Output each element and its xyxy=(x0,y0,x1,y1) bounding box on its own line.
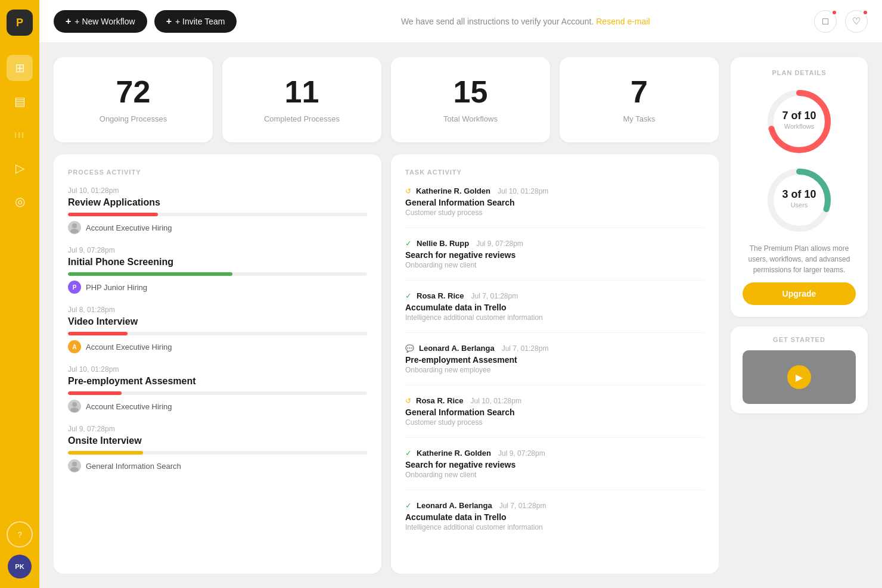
ongoing-label: Ongoing Processes xyxy=(68,114,198,123)
activity-row: PROCESS ACTIVITY Jul 10, 01:28pm Review … xyxy=(54,154,719,574)
process-name: Onsite Interview xyxy=(68,435,367,446)
workflows-label: Total Workflows xyxy=(405,114,536,123)
task-item: ↺ Rosa R. Rice Jul 10, 01:28pm General I… xyxy=(405,396,704,438)
svg-point-0 xyxy=(72,223,77,228)
tag-dot: A xyxy=(68,340,81,353)
task-item: 💬 Leonard A. Berlanga Jul 7, 01:28pm Pre… xyxy=(405,344,704,385)
process-item: Jul 9, 07:28pm Onsite Interview General … xyxy=(68,425,367,472)
sidebar-item-target[interactable]: ◎ xyxy=(7,188,33,214)
stat-completed: 11 Completed Processes xyxy=(222,57,381,142)
tag-avatar xyxy=(68,221,81,234)
task-name: Accumulate data in Trello xyxy=(405,512,704,522)
svg-point-2 xyxy=(72,402,77,407)
process-tag: P PHP Junior Hiring xyxy=(68,281,367,294)
completed-number: 11 xyxy=(237,76,367,107)
play-button[interactable]: ▶ xyxy=(787,365,811,389)
svg-point-4 xyxy=(72,462,77,466)
process-date: Jul 9, 07:28pm xyxy=(68,246,367,254)
header: + + New Workflow + + Invite Team We have… xyxy=(39,0,882,43)
task-user: Katherine R. Golden xyxy=(416,186,490,195)
stat-ongoing: 72 Ongoing Processes xyxy=(54,57,213,142)
progress-track xyxy=(68,332,367,335)
svg-point-5 xyxy=(70,467,79,472)
process-name: Video Interview xyxy=(68,316,367,327)
new-workflow-button[interactable]: + + New Workflow xyxy=(54,10,147,33)
process-name: Review Applications xyxy=(68,197,367,208)
task-section-title: TASK ACTIVITY xyxy=(405,169,704,176)
svg-text:3 of 10: 3 of 10 xyxy=(782,188,816,200)
task-list: ↺ Katherine R. Golden Jul 10, 01:28pm Ge… xyxy=(405,186,704,542)
users-donut: 3 of 10 Users xyxy=(763,164,835,236)
task-header: ✓ Nellie B. Rupp Jul 9, 07:28pm xyxy=(405,239,704,248)
process-date: Jul 10, 01:28pm xyxy=(68,365,367,374)
progress-track xyxy=(68,391,367,395)
get-started-card: GET STARTED ▶ xyxy=(731,326,868,413)
task-item: ✓ Rosa R. Rice Jul 7, 01:28pm Accumulate… xyxy=(405,291,704,333)
task-date: Jul 7, 01:28pm xyxy=(502,344,549,353)
invite-team-button[interactable]: + + Invite Team xyxy=(154,10,237,33)
plan-card: PLAN DETAILS 7 of 10 Workflows 3 xyxy=(731,57,868,317)
progress-fill xyxy=(68,391,122,395)
process-tag: Account Executive Hiring xyxy=(68,221,367,234)
task-subtitle: Intelligence additional customer informa… xyxy=(405,313,704,322)
sidebar-logo[interactable]: P xyxy=(7,10,33,36)
check-icon: ✓ xyxy=(405,449,412,458)
sidebar-item-monitor[interactable]: ▤ xyxy=(7,88,33,114)
progress-track xyxy=(68,213,367,216)
center-column: 72 Ongoing Processes 11 Completed Proces… xyxy=(54,57,719,574)
notifications-button[interactable]: ♡ xyxy=(845,10,868,33)
task-subtitle: Intelligence additional customer informa… xyxy=(405,523,704,531)
process-date: Jul 10, 01:28pm xyxy=(68,186,367,195)
stat-tasks: 7 My Tasks xyxy=(560,57,719,142)
process-item: Jul 10, 01:28pm Pre-employment Assesment… xyxy=(68,365,367,413)
process-date: Jul 9, 07:28pm xyxy=(68,425,367,433)
messages-button[interactable]: □ xyxy=(814,10,837,33)
progress-fill xyxy=(68,272,232,276)
tag-label: Account Executive Hiring xyxy=(86,343,172,351)
sidebar-item-help[interactable]: ? xyxy=(7,521,33,547)
task-subtitle: Customer study process xyxy=(405,209,704,217)
progress-fill xyxy=(68,451,143,455)
sidebar-item-grid[interactable]: ⁞⁞⁞ xyxy=(7,122,33,148)
task-user: Leonard A. Berlanga xyxy=(419,344,495,353)
task-name: Accumulate data in Trello xyxy=(405,303,704,312)
check-icon: ✓ xyxy=(405,501,412,510)
task-name: Search for negative reviews xyxy=(405,460,704,469)
upgrade-button[interactable]: Upgrade xyxy=(743,282,856,305)
notification-badge xyxy=(862,10,868,15)
task-subtitle: Customer study process xyxy=(405,418,704,427)
task-subtitle: Onboarding new client xyxy=(405,471,704,479)
task-header: ✓ Katherine R. Golden Jul 9, 07:28pm xyxy=(405,449,704,458)
task-date: Jul 7, 01:28pm xyxy=(471,292,518,300)
tag-label: Account Executive Hiring xyxy=(86,402,172,411)
right-panel: PLAN DETAILS 7 of 10 Workflows 3 xyxy=(731,57,868,574)
task-name: Search for negative reviews xyxy=(405,250,704,260)
video-thumbnail[interactable]: ▶ xyxy=(743,350,856,404)
task-item: ✓ Leonard A. Berlanga Jul 7, 01:28pm Acc… xyxy=(405,501,704,542)
message-icon: 💬 xyxy=(405,344,414,353)
header-icons: □ ♡ xyxy=(814,10,868,33)
process-tag: Account Executive Hiring xyxy=(68,400,367,413)
progress-track xyxy=(68,272,367,276)
tasks-label: My Tasks xyxy=(574,114,704,123)
task-user: Rosa R. Rice xyxy=(416,396,463,405)
process-date: Jul 8, 01:28pm xyxy=(68,306,367,314)
header-notification: We have send all instructions to verify … xyxy=(244,17,807,26)
progress-fill xyxy=(68,332,128,335)
task-date: Jul 10, 01:28pm xyxy=(498,187,548,195)
sidebar-item-dashboard[interactable]: ⊞ xyxy=(7,55,33,81)
sidebar-item-video[interactable]: ▷ xyxy=(7,155,33,181)
plan-description: The Premium Plan allows more users, work… xyxy=(743,243,856,275)
task-name: General Information Search xyxy=(405,407,704,417)
resend-email-link[interactable]: Resend e-mail xyxy=(596,17,650,26)
process-list: Jul 10, 01:28pm Review Applications Acco… xyxy=(68,186,367,472)
main-content: + + New Workflow + + Invite Team We have… xyxy=(39,0,882,588)
process-item: Jul 8, 01:28pm Video Interview A Account… xyxy=(68,306,367,353)
task-header: ✓ Rosa R. Rice Jul 7, 01:28pm xyxy=(405,291,704,300)
task-header: ✓ Leonard A. Berlanga Jul 7, 01:28pm xyxy=(405,501,704,510)
process-item: Jul 10, 01:28pm Review Applications Acco… xyxy=(68,186,367,234)
process-tag: A Account Executive Hiring xyxy=(68,340,367,353)
task-date: Jul 7, 01:28pm xyxy=(499,502,546,510)
plan-title: PLAN DETAILS xyxy=(743,69,856,76)
sidebar-avatar[interactable]: PK xyxy=(8,555,32,578)
